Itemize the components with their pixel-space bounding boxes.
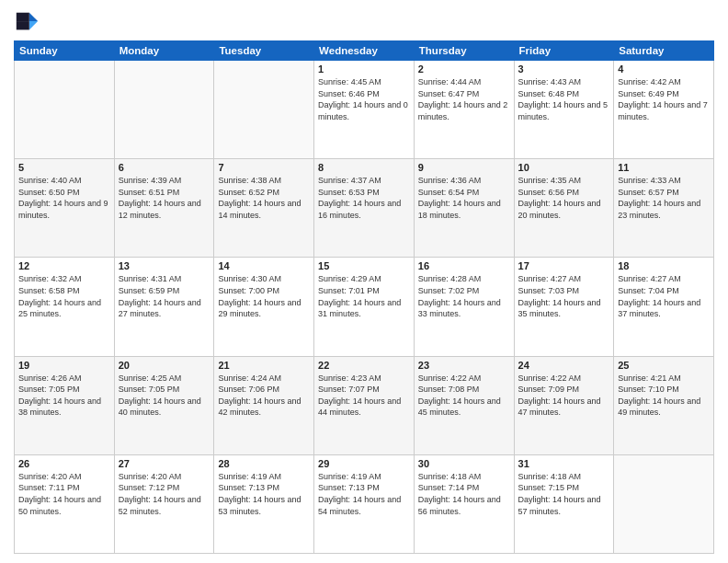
- calendar-cell: 19Sunrise: 4:26 AM Sunset: 7:05 PM Dayli…: [15, 356, 115, 454]
- cell-info: Sunrise: 4:20 AM Sunset: 7:11 PM Dayligh…: [18, 471, 110, 517]
- cell-info: Sunrise: 4:37 AM Sunset: 6:53 PM Dayligh…: [318, 175, 410, 221]
- page: SundayMondayTuesdayWednesdayThursdayFrid…: [0, 0, 728, 563]
- calendar-cell: 27Sunrise: 4:20 AM Sunset: 7:12 PM Dayli…: [114, 454, 214, 553]
- calendar-header-row: SundayMondayTuesdayWednesdayThursdayFrid…: [15, 41, 714, 61]
- day-number: 5: [18, 162, 110, 173]
- day-number: 1: [318, 63, 410, 75]
- calendar-cell: 8Sunrise: 4:37 AM Sunset: 6:53 PM Daylig…: [314, 159, 415, 258]
- day-number: 25: [618, 360, 710, 371]
- cell-info: Sunrise: 4:19 AM Sunset: 7:13 PM Dayligh…: [318, 471, 410, 517]
- calendar-cell: 12Sunrise: 4:32 AM Sunset: 6:58 PM Dayli…: [15, 258, 115, 356]
- cell-info: Sunrise: 4:44 AM Sunset: 6:47 PM Dayligh…: [418, 76, 510, 122]
- day-number: 12: [18, 260, 110, 271]
- calendar-cell: 4Sunrise: 4:42 AM Sunset: 6:49 PM Daylig…: [614, 61, 714, 159]
- calendar-week-row: 12Sunrise: 4:32 AM Sunset: 6:58 PM Dayli…: [15, 258, 714, 356]
- cell-info: Sunrise: 4:42 AM Sunset: 6:49 PM Dayligh…: [618, 76, 710, 122]
- calendar-cell: 16Sunrise: 4:28 AM Sunset: 7:02 PM Dayli…: [414, 258, 514, 356]
- calendar-cell: [15, 61, 115, 159]
- calendar-cell: 22Sunrise: 4:23 AM Sunset: 7:07 PM Dayli…: [314, 356, 415, 454]
- calendar-cell: 24Sunrise: 4:22 AM Sunset: 7:09 PM Dayli…: [514, 356, 614, 454]
- cell-info: Sunrise: 4:18 AM Sunset: 7:15 PM Dayligh…: [518, 471, 610, 517]
- day-number: 16: [418, 260, 510, 271]
- day-number: 28: [218, 458, 310, 469]
- cell-info: Sunrise: 4:33 AM Sunset: 6:57 PM Dayligh…: [618, 175, 710, 221]
- calendar-cell: 20Sunrise: 4:25 AM Sunset: 7:05 PM Dayli…: [114, 356, 214, 454]
- cell-info: Sunrise: 4:35 AM Sunset: 6:56 PM Dayligh…: [518, 175, 610, 221]
- calendar-cell: 28Sunrise: 4:19 AM Sunset: 7:13 PM Dayli…: [214, 454, 314, 553]
- day-number: 26: [18, 458, 110, 469]
- day-number: 17: [518, 260, 610, 271]
- logo-icon: [14, 9, 40, 35]
- cell-info: Sunrise: 4:39 AM Sunset: 6:51 PM Dayligh…: [119, 175, 210, 221]
- day-number: 22: [318, 360, 410, 371]
- day-number: 4: [618, 63, 710, 75]
- cell-info: Sunrise: 4:27 AM Sunset: 7:03 PM Dayligh…: [518, 273, 610, 319]
- calendar-cell: 1Sunrise: 4:45 AM Sunset: 6:46 PM Daylig…: [314, 61, 415, 159]
- day-number: 20: [119, 360, 210, 371]
- weekday-header: Sunday: [15, 41, 115, 61]
- cell-info: Sunrise: 4:26 AM Sunset: 7:05 PM Dayligh…: [18, 373, 110, 419]
- calendar-cell: 14Sunrise: 4:30 AM Sunset: 7:00 PM Dayli…: [214, 258, 314, 356]
- cell-info: Sunrise: 4:24 AM Sunset: 7:06 PM Dayligh…: [218, 373, 310, 419]
- calendar-week-row: 1Sunrise: 4:45 AM Sunset: 6:46 PM Daylig…: [15, 61, 714, 159]
- day-number: 27: [119, 458, 210, 469]
- calendar-cell: 6Sunrise: 4:39 AM Sunset: 6:51 PM Daylig…: [114, 159, 214, 258]
- day-number: 6: [119, 162, 210, 173]
- day-number: 29: [318, 458, 410, 469]
- calendar-week-row: 26Sunrise: 4:20 AM Sunset: 7:11 PM Dayli…: [15, 454, 714, 553]
- calendar-cell: 30Sunrise: 4:18 AM Sunset: 7:14 PM Dayli…: [414, 454, 514, 553]
- calendar-cell: 10Sunrise: 4:35 AM Sunset: 6:56 PM Dayli…: [514, 159, 614, 258]
- calendar-cell: 21Sunrise: 4:24 AM Sunset: 7:06 PM Dayli…: [214, 356, 314, 454]
- weekday-header: Wednesday: [314, 41, 415, 61]
- calendar-cell: [114, 61, 214, 159]
- cell-info: Sunrise: 4:23 AM Sunset: 7:07 PM Dayligh…: [318, 373, 410, 419]
- cell-info: Sunrise: 4:20 AM Sunset: 7:12 PM Dayligh…: [119, 471, 210, 517]
- calendar-cell: 15Sunrise: 4:29 AM Sunset: 7:01 PM Dayli…: [314, 258, 415, 356]
- day-number: 9: [418, 162, 510, 173]
- weekday-header: Monday: [114, 41, 214, 61]
- svg-marker-0: [29, 13, 38, 21]
- calendar-table: SundayMondayTuesdayWednesdayThursdayFrid…: [14, 40, 714, 554]
- weekday-header: Friday: [514, 41, 614, 61]
- cell-info: Sunrise: 4:36 AM Sunset: 6:54 PM Dayligh…: [418, 175, 510, 221]
- day-number: 7: [218, 162, 310, 173]
- cell-info: Sunrise: 4:22 AM Sunset: 7:08 PM Dayligh…: [418, 373, 510, 419]
- weekday-header: Saturday: [614, 41, 714, 61]
- cell-info: Sunrise: 4:45 AM Sunset: 6:46 PM Dayligh…: [318, 76, 410, 122]
- logo: [14, 9, 43, 35]
- calendar-cell: 7Sunrise: 4:38 AM Sunset: 6:52 PM Daylig…: [214, 159, 314, 258]
- svg-rect-2: [17, 13, 29, 21]
- cell-info: Sunrise: 4:21 AM Sunset: 7:10 PM Dayligh…: [618, 373, 710, 419]
- calendar-cell: 18Sunrise: 4:27 AM Sunset: 7:04 PM Dayli…: [614, 258, 714, 356]
- day-number: 18: [618, 260, 710, 271]
- day-number: 13: [119, 260, 210, 271]
- day-number: 30: [418, 458, 510, 469]
- calendar-cell: [214, 61, 314, 159]
- calendar-cell: 11Sunrise: 4:33 AM Sunset: 6:57 PM Dayli…: [614, 159, 714, 258]
- day-number: 21: [218, 360, 310, 371]
- cell-info: Sunrise: 4:38 AM Sunset: 6:52 PM Dayligh…: [218, 175, 310, 221]
- calendar-cell: 29Sunrise: 4:19 AM Sunset: 7:13 PM Dayli…: [314, 454, 415, 553]
- calendar-week-row: 19Sunrise: 4:26 AM Sunset: 7:05 PM Dayli…: [15, 356, 714, 454]
- calendar-week-row: 5Sunrise: 4:40 AM Sunset: 6:50 PM Daylig…: [15, 159, 714, 258]
- cell-info: Sunrise: 4:25 AM Sunset: 7:05 PM Dayligh…: [119, 373, 210, 419]
- day-number: 8: [318, 162, 410, 173]
- calendar-cell: 23Sunrise: 4:22 AM Sunset: 7:08 PM Dayli…: [414, 356, 514, 454]
- calendar-cell: 5Sunrise: 4:40 AM Sunset: 6:50 PM Daylig…: [15, 159, 115, 258]
- calendar-cell: 2Sunrise: 4:44 AM Sunset: 6:47 PM Daylig…: [414, 61, 514, 159]
- calendar-cell: 9Sunrise: 4:36 AM Sunset: 6:54 PM Daylig…: [414, 159, 514, 258]
- cell-info: Sunrise: 4:28 AM Sunset: 7:02 PM Dayligh…: [418, 273, 510, 319]
- day-number: 2: [418, 63, 510, 75]
- weekday-header: Thursday: [414, 41, 514, 61]
- day-number: 10: [518, 162, 610, 173]
- svg-rect-3: [17, 21, 29, 29]
- day-number: 23: [418, 360, 510, 371]
- cell-info: Sunrise: 4:27 AM Sunset: 7:04 PM Dayligh…: [618, 273, 710, 319]
- day-number: 15: [318, 260, 410, 271]
- day-number: 31: [518, 458, 610, 469]
- cell-info: Sunrise: 4:29 AM Sunset: 7:01 PM Dayligh…: [318, 273, 410, 319]
- cell-info: Sunrise: 4:30 AM Sunset: 7:00 PM Dayligh…: [218, 273, 310, 319]
- cell-info: Sunrise: 4:22 AM Sunset: 7:09 PM Dayligh…: [518, 373, 610, 419]
- weekday-header: Tuesday: [214, 41, 314, 61]
- header: [14, 9, 714, 35]
